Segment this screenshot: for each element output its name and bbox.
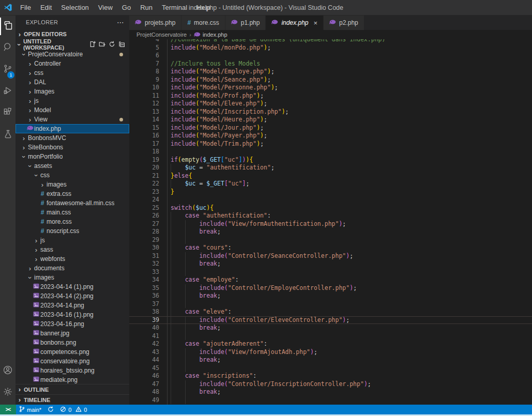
section-open-editors[interactable]: › OPEN EDITORS — [16, 29, 129, 39]
code-line-4[interactable]: 4//Connexion à la base de données (uniqu… — [129, 39, 532, 44]
close-icon[interactable]: × — [314, 19, 318, 27]
menu-edit[interactable]: Edit — [36, 0, 56, 15]
status-sync[interactable] — [44, 405, 57, 414]
code-line-39[interactable]: 39include("Controller/EleveController.ph… — [129, 316, 532, 325]
folder-webfonts[interactable]: ›webfonts — [16, 254, 129, 264]
code-line-43[interactable]: 43include("View/formAjoutAdh.php"); — [129, 348, 532, 357]
file-extra-css[interactable]: #extra.css — [16, 189, 129, 198]
folder-controller[interactable]: ›Controller — [16, 59, 129, 68]
folder-documents[interactable]: ›documents — [16, 264, 129, 273]
activity-source-control[interactable]: 1 — [0, 59, 16, 81]
code-line-37[interactable]: 37 — [129, 300, 532, 309]
folder-dal[interactable]: ›DAL — [16, 78, 129, 87]
tab-p1-php[interactable]: p1.php — [225, 16, 266, 30]
code-line-5[interactable]: 5include("Model/monPdo.php"); — [129, 44, 532, 52]
code-line-46[interactable]: 46case "inscriptions": — [129, 372, 532, 380]
code-line-47[interactable]: 47include("Controller/InscriptionControl… — [129, 380, 532, 389]
section-workspace[interactable]: › UNTITLED (WORKSPACE) — [16, 39, 129, 50]
code-editor[interactable]: 4//Connexion à la base de données (uniqu… — [129, 39, 532, 405]
refresh-icon[interactable] — [109, 41, 115, 49]
code-line-16[interactable]: 16include("Model/Payer.php"); — [129, 132, 532, 140]
code-line-32[interactable]: 32break; — [129, 260, 532, 268]
code-line-11[interactable]: 11include("Model/Prof.php"); — [129, 92, 532, 100]
folder-css[interactable]: ›css — [16, 68, 129, 78]
folder-model[interactable]: ›Model — [16, 105, 129, 115]
activity-explorer[interactable] — [0, 16, 16, 37]
activity-run-debug[interactable] — [0, 81, 16, 102]
menu-selection[interactable]: Selection — [56, 0, 93, 15]
code-line-22[interactable]: 22$uc = $_GET["uc"]; — [129, 180, 532, 188]
file-noscript-css[interactable]: #noscript.css — [16, 226, 129, 236]
folder-view[interactable]: ›View — [16, 115, 129, 124]
tab-more-css[interactable]: #more.css — [181, 16, 224, 30]
file-2023-04-14-png[interactable]: 2023-04-14.png — [16, 301, 129, 310]
code-line-44[interactable]: 44break; — [129, 356, 532, 364]
code-line-18[interactable]: 18 — [129, 148, 532, 156]
menu-file[interactable]: File — [16, 0, 36, 15]
file-banner-jpg[interactable]: banner.jpg — [16, 329, 129, 338]
code-line-35[interactable]: 35include("Controller/EmployeController.… — [129, 284, 532, 292]
folder-sitebonbons[interactable]: ›SiteBonbons — [16, 143, 129, 152]
code-line-33[interactable]: 33 — [129, 268, 532, 276]
code-line-36[interactable]: 36break; — [129, 292, 532, 300]
folder-monportfolio[interactable]: ›monPortfolio — [16, 152, 129, 161]
code-line-26[interactable]: 26case "authentification": — [129, 212, 532, 220]
activity-settings[interactable] — [0, 382, 16, 404]
code-line-34[interactable]: 34case "employe": — [129, 276, 532, 284]
code-line-15[interactable]: 15include("Model/Jour.php"); — [129, 124, 532, 132]
breadcrumb-folder[interactable]: ProjetConservatoire — [136, 32, 187, 38]
section-timeline[interactable]: › TIMELINE — [16, 394, 129, 405]
code-line-6[interactable]: 6 — [129, 52, 532, 60]
code-line-40[interactable]: 40break; — [129, 324, 532, 332]
code-line-24[interactable]: 24 — [129, 196, 532, 204]
menu-go[interactable]: Go — [117, 0, 135, 15]
code-line-28[interactable]: 28break; — [129, 228, 532, 236]
code-line-12[interactable]: 12include("Model/Eleve.php"); — [129, 100, 532, 108]
breadcrumb[interactable]: ProjetConservatoire › index.php — [129, 30, 532, 39]
code-line-48[interactable]: 48break; — [129, 388, 532, 396]
menu-view[interactable]: View — [94, 0, 117, 15]
folder-js[interactable]: ›js — [16, 96, 129, 105]
activity-extensions[interactable] — [0, 102, 16, 124]
file-2023-04-16-1-png[interactable]: 2023-04-16 (1).png — [16, 310, 129, 319]
folder-projetconservatoire[interactable]: ›ProjetConservatoire — [16, 50, 129, 59]
new-file-icon[interactable] — [89, 41, 96, 49]
new-folder-icon[interactable] — [99, 41, 105, 49]
file-competences-png[interactable]: competences.png — [16, 347, 129, 357]
file-2023-04-16-png[interactable]: 2023-04-16.png — [16, 319, 129, 329]
menu-terminal[interactable]: Terminal — [157, 0, 192, 15]
activity-search[interactable] — [0, 37, 16, 59]
section-outline[interactable]: › OUTLINE — [16, 384, 129, 394]
folder-sass[interactable]: ›sass — [16, 245, 129, 254]
folder-images[interactable]: ›images — [16, 180, 129, 189]
file-more-css[interactable]: #more.css — [16, 217, 129, 226]
code-line-45[interactable]: 45 — [129, 364, 532, 373]
file-index-php[interactable]: index.php — [16, 124, 129, 133]
remote-indicator[interactable]: >< — [0, 405, 16, 414]
code-line-10[interactable]: 10include("Model/Personne.php"); — [129, 84, 532, 92]
code-line-49[interactable]: 49 — [129, 396, 532, 405]
folder-images[interactable]: ›Images — [16, 87, 129, 96]
menu-run[interactable]: Run — [135, 0, 157, 15]
breadcrumb-file[interactable]: index.php — [194, 32, 227, 38]
file-fontawesome-all-min-css[interactable]: #fontawesome-all.min.css — [16, 198, 129, 208]
code-line-19[interactable]: 19if(empty($_GET["uc"])){ — [129, 156, 532, 164]
folder-js[interactable]: ›js — [16, 236, 129, 245]
code-line-17[interactable]: 17include("Model/Trim.php"); — [129, 140, 532, 148]
activity-account[interactable] — [0, 360, 16, 382]
code-line-7[interactable]: 7//Inclure tous les Models — [129, 60, 532, 68]
code-line-20[interactable]: 20$uc = "authentification"; — [129, 164, 532, 172]
folder-assets[interactable]: ›assets — [16, 161, 129, 171]
status-git-branch[interactable]: main* — [16, 405, 44, 414]
code-line-38[interactable]: 38case "eleve": — [129, 308, 532, 316]
activity-testing[interactable] — [0, 124, 16, 146]
code-line-30[interactable]: 30case "cours": — [129, 244, 532, 252]
code-line-13[interactable]: 13include("Model/Inscription.php"); — [129, 108, 532, 116]
collapse-all-icon[interactable] — [118, 41, 125, 49]
code-line-23[interactable]: 23} — [129, 188, 532, 196]
code-line-29[interactable]: 29 — [129, 236, 532, 244]
tab-p2-php[interactable]: p2.php — [324, 16, 364, 30]
code-line-42[interactable]: 42case "ajouterAdherent": — [129, 340, 532, 348]
menu-help[interactable]: Help — [192, 0, 215, 15]
ellipsis-icon[interactable]: ⋯ — [117, 18, 124, 26]
